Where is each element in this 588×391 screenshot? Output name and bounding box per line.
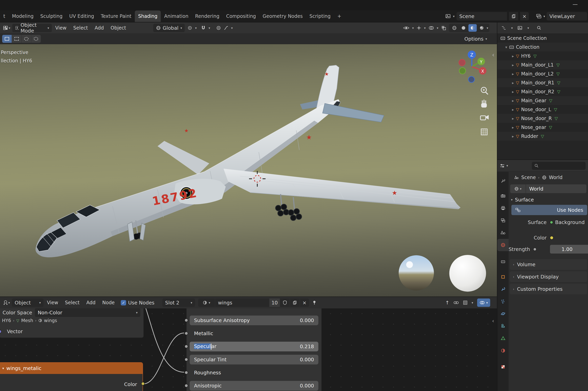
- menu-select[interactable]: Select: [70, 25, 91, 31]
- anisotropic-slider[interactable]: Anisotropic 0.000: [190, 381, 318, 391]
- disclosure-closed-icon[interactable]: ▸: [510, 116, 516, 121]
- specular-tint-socket[interactable]: [184, 358, 188, 361]
- path-object[interactable]: HY6: [2, 318, 11, 323]
- search-icon[interactable]: [536, 25, 542, 30]
- volume-panel-header[interactable]: › Volume: [510, 259, 587, 270]
- chevron-down-icon[interactable]: ▾: [487, 26, 488, 30]
- material-name-field[interactable]: wings: [215, 298, 269, 307]
- wings-metalic-node[interactable]: ▾ wings_metalic Color: [0, 362, 143, 391]
- disclosure-open-icon[interactable]: ▾: [503, 45, 509, 49]
- tab-modifiers[interactable]: [497, 283, 508, 295]
- tab-material[interactable]: [497, 344, 508, 357]
- subsurface-anisotropy-socket[interactable]: [184, 318, 188, 322]
- disclosure-closed-icon[interactable]: ▸: [510, 134, 516, 138]
- specular-socket[interactable]: [184, 345, 188, 348]
- chevron-down-icon[interactable]: ▾: [424, 26, 426, 30]
- navigation-gizmo[interactable]: Z Y X: [459, 51, 487, 82]
- wings-metalic-node-header[interactable]: ▾ wings_metalic: [0, 363, 143, 374]
- select-circle-tool[interactable]: [22, 35, 31, 43]
- go-to-parent-node-button[interactable]: ↑: [445, 300, 449, 306]
- material-slot-selector[interactable]: Slot 2 ▾: [162, 298, 195, 307]
- snap-magnet-icon[interactable]: [201, 25, 206, 30]
- proportional-edit-icon[interactable]: [216, 25, 221, 30]
- region-collapse-chevron[interactable]: ‹: [492, 318, 494, 324]
- copy-scene-button[interactable]: [509, 12, 518, 20]
- scene-name-field[interactable]: Scene: [457, 12, 507, 20]
- outliner-row-object[interactable]: ▸ ▽ Nose_gear ▽: [497, 123, 588, 132]
- 3d-viewport[interactable]: Perspective llection | HY6 ★: [0, 44, 497, 296]
- fake-user-shield-button[interactable]: [280, 298, 290, 307]
- world-browse-button[interactable]: ▾: [510, 185, 526, 193]
- chevron-down-icon[interactable]: ▾: [527, 26, 529, 30]
- material-browse-button[interactable]: ▾: [198, 298, 215, 307]
- tab-view-layer[interactable]: [497, 214, 508, 227]
- color-swatch[interactable]: [550, 236, 554, 240]
- workspace-tab-texture-paint[interactable]: Texture Paint: [97, 10, 135, 22]
- pin-button[interactable]: [313, 300, 316, 305]
- select-tweak-tool[interactable]: [2, 35, 12, 43]
- disclosure-closed-icon[interactable]: ▸: [510, 72, 516, 76]
- gizmo-toggle-icon[interactable]: [417, 25, 421, 30]
- chevron-down-icon[interactable]: ▾: [506, 164, 508, 168]
- shading-wireframe-button[interactable]: [450, 24, 459, 32]
- path-data[interactable]: Mesh: [21, 318, 33, 323]
- disclosure-closed-icon[interactable]: ▸: [510, 90, 516, 94]
- strength-value-slider[interactable]: 1.00: [550, 245, 588, 254]
- chevron-down-icon[interactable]: ▾: [511, 26, 513, 30]
- outliner-row-object[interactable]: ▸ ▽ Main_door_R1 ▽: [497, 78, 588, 87]
- overlays-active-toggle[interactable]: ▾: [477, 298, 490, 307]
- disclosure-closed-icon[interactable]: ▸: [510, 107, 516, 112]
- specular-tint-slider[interactable]: Specular Tint 0.000: [190, 355, 318, 365]
- select-lasso-tool[interactable]: [31, 35, 41, 43]
- disclosure-closed-icon[interactable]: ▸: [510, 125, 516, 129]
- scene-browse-icon[interactable]: [445, 14, 451, 19]
- shading-rendered-button[interactable]: [478, 24, 486, 32]
- xray-toggle-icon[interactable]: [441, 25, 446, 30]
- workspace-tab-rendering[interactable]: Rendering: [192, 10, 223, 22]
- properties-search-field[interactable]: [532, 162, 586, 170]
- snap-grid-icon[interactable]: [463, 300, 468, 305]
- tab-physics[interactable]: [497, 308, 508, 320]
- menu-add[interactable]: Add: [91, 25, 107, 31]
- outliner-row-object[interactable]: ▸ ▽ HY6 ▽: [497, 52, 588, 60]
- workspace-tab-layout[interactable]: t: [0, 10, 8, 22]
- material-users-count[interactable]: 10: [269, 298, 280, 307]
- menu-object[interactable]: Object: [107, 25, 129, 31]
- shader-type-selector[interactable]: Object ▾: [12, 298, 44, 307]
- workspace-tab-geometry-nodes[interactable]: Geometry Nodes: [259, 10, 306, 22]
- pivot-point-icon[interactable]: [187, 25, 192, 30]
- outliner-row-object[interactable]: ▸ ▽ Main_Gear ▽: [497, 96, 588, 105]
- mode-selector[interactable]: Object Mode ▾: [12, 24, 52, 32]
- world-name-field[interactable]: World: [526, 185, 587, 193]
- editor-type-properties-icon[interactable]: [500, 163, 505, 168]
- metallic-socket[interactable]: [184, 332, 188, 335]
- ortho-grid-button[interactable]: [481, 129, 487, 135]
- use-nodes-checkbox[interactable]: ✓: [121, 300, 126, 305]
- unlink-material-button[interactable]: ×: [300, 298, 309, 307]
- surface-panel-header[interactable]: ▾ Surface: [508, 195, 588, 205]
- tab-world[interactable]: [497, 239, 508, 251]
- visibility-eye-icon[interactable]: [403, 26, 410, 30]
- chevron-down-icon[interactable]: ▾: [231, 26, 233, 30]
- specular-slider-editing[interactable]: Specular 0.218: [190, 342, 318, 351]
- tab-object-data[interactable]: [497, 332, 508, 344]
- menu-node[interactable]: Node: [99, 300, 118, 305]
- chevron-down-icon[interactable]: ▾: [472, 301, 473, 305]
- color-space-dropdown[interactable]: Non-Color ▾: [35, 308, 140, 317]
- transform-orientation-selector[interactable]: Global ▾: [153, 24, 185, 32]
- use-nodes-button[interactable]: Use Nodes: [511, 205, 587, 215]
- falloff-curve-icon[interactable]: [224, 25, 229, 30]
- workspace-tab-scripting[interactable]: Scripting: [306, 10, 334, 22]
- tab-texture[interactable]: [497, 361, 508, 373]
- viewlayer-name-field[interactable]: ViewLayer: [547, 12, 587, 20]
- tab-scene[interactable]: [497, 227, 508, 239]
- path-material[interactable]: wings: [44, 318, 57, 323]
- minimize-button[interactable]: —: [573, 1, 578, 7]
- tab-particles[interactable]: [497, 295, 508, 308]
- new-material-copy-button[interactable]: [290, 298, 300, 307]
- region-collapse-chevron[interactable]: ‹: [492, 51, 494, 58]
- workspace-tab-modeling[interactable]: Modeling: [8, 10, 37, 22]
- workspace-tab-compositing[interactable]: Compositing: [223, 10, 259, 22]
- shader-node-canvas[interactable]: Color Space Non-Color ▾ Vector HY6 › ▽ M…: [0, 308, 497, 391]
- pan-hand-button[interactable]: [481, 100, 487, 107]
